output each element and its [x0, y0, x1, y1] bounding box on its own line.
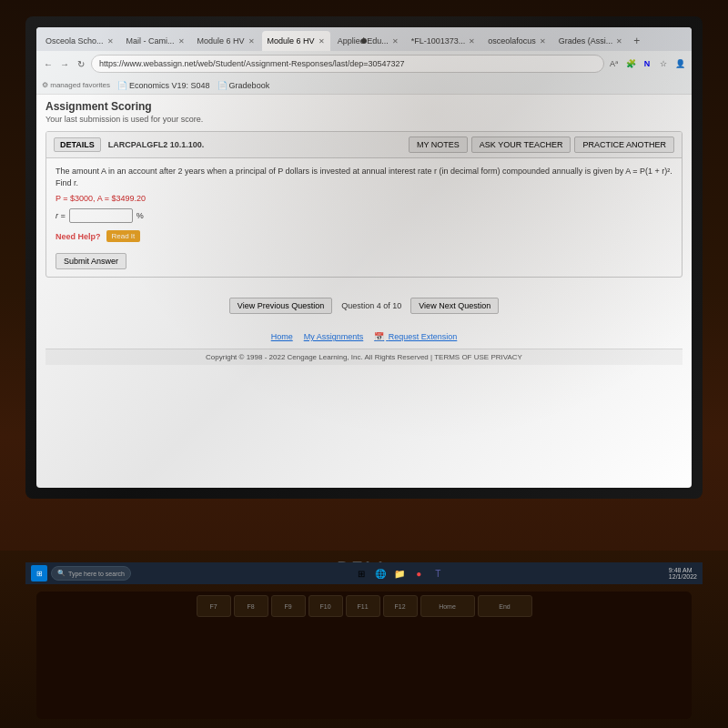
practice-another-button[interactable]: PRACTICE ANOTHER: [574, 136, 674, 153]
fav-gradebook[interactable]: 📄 Gradebook: [217, 81, 270, 90]
close-icon[interactable]: ✕: [540, 37, 546, 46]
r-label: r =: [56, 211, 66, 220]
taskbar-time: 9:48 AM 12/1/2022: [669, 567, 697, 580]
screen-bezel: Osceola Scho... ✕ Mail - Cami... ✕ Modul…: [25, 16, 703, 499]
question-header: DETAILS LARCPALGFL2 10.1.100. MY NOTES A…: [46, 132, 682, 158]
address-input[interactable]: [91, 55, 604, 73]
next-question-button[interactable]: View Next Question: [410, 298, 499, 314]
doc-icon: 📄: [117, 81, 127, 90]
given-values: P = $3000, A = $3499.20: [56, 194, 672, 203]
r-answer-input[interactable]: [69, 208, 133, 223]
my-notes-button[interactable]: MY NOTES: [409, 136, 468, 153]
keyboard-row-fn: F7 F8 F9 F10 F11 F12 Home End: [36, 592, 692, 617]
extensions-icon[interactable]: 🧩: [624, 57, 637, 70]
back-button[interactable]: ←: [42, 57, 55, 70]
forward-button[interactable]: →: [58, 57, 71, 70]
tab-module2-active[interactable]: Module 6 HV ✕: [262, 31, 330, 51]
question-id: LARCPALGFL2 10.1.100.: [108, 140, 204, 149]
key-f10[interactable]: F10: [308, 595, 343, 617]
footer-links: Home My Assignments 📅 Request Extension: [46, 325, 682, 349]
key-f9[interactable]: F9: [271, 595, 306, 617]
close-icon[interactable]: ✕: [248, 37, 255, 46]
taskbar-app-explorer[interactable]: 📁: [391, 565, 408, 581]
ask-teacher-button[interactable]: ASK YOUR TEACHER: [471, 136, 571, 153]
question-body: The amount A in an account after 2 years…: [46, 158, 682, 277]
request-extension-link[interactable]: 📅 Request Extension: [374, 332, 457, 341]
search-icon: 🔍: [57, 570, 66, 577]
taskbar-search[interactable]: 🔍 Type here to search: [51, 566, 131, 581]
need-help-row: Need Help? Read It: [56, 230, 672, 242]
navigation-row: View Previous Question Question 4 of 10 …: [46, 287, 682, 325]
question-text: The amount A in an account after 2 years…: [56, 166, 672, 188]
submission-note: Your last submission is used for your sc…: [46, 115, 682, 124]
key-f7[interactable]: F7: [197, 595, 231, 617]
taskbar-app-teams[interactable]: T: [430, 565, 446, 581]
close-icon[interactable]: ✕: [107, 37, 114, 46]
question-card: DETAILS LARCPALGFL2 10.1.100. MY NOTES A…: [46, 131, 682, 278]
prev-question-button[interactable]: View Previous Question: [229, 298, 332, 314]
key-f11[interactable]: F11: [346, 595, 380, 617]
answer-row: r = %: [56, 208, 672, 223]
close-icon[interactable]: ✕: [392, 37, 399, 46]
tab-module1[interactable]: Module 6 HV ✕: [192, 31, 260, 51]
key-f12[interactable]: F12: [383, 595, 418, 617]
tab-fl[interactable]: *FL-1001373... ✕: [406, 31, 481, 51]
submit-answer-button[interactable]: Submit Answer: [56, 253, 126, 269]
browser-icons: Aᵃ 🧩 N ☆ 👤: [608, 57, 686, 70]
refresh-button[interactable]: ↻: [75, 57, 87, 70]
page-title: Assignment Scoring: [46, 100, 682, 113]
favorites-icon[interactable]: ☆: [657, 57, 670, 70]
start-button[interactable]: ⊞: [31, 565, 47, 581]
tab-grades[interactable]: Grades (Assi... ✕: [553, 31, 629, 51]
tab-applied[interactable]: Applied Edu... ✕: [332, 31, 404, 51]
details-button[interactable]: DETAILS: [54, 137, 101, 152]
tab-osceola[interactable]: Osceola Scho... ✕: [40, 31, 119, 51]
close-icon[interactable]: ✕: [318, 37, 325, 46]
laptop-outer: Osceola Scho... ✕ Mail - Cami... ✕ Modul…: [0, 0, 728, 728]
browser-screen: Osceola Scho... ✕ Mail - Cami... ✕ Modul…: [36, 27, 692, 488]
keyboard-area: F7 F8 F9 F10 F11 F12 Home End: [36, 592, 692, 719]
taskbar-app-edge[interactable]: 🌐: [372, 565, 389, 581]
tab-osceolafocus[interactable]: osceolafocus ✕: [482, 31, 551, 51]
read-it-button[interactable]: Read It: [106, 230, 141, 242]
favorites-bar: ⚙ managed favorites 📄 Economics V19: S04…: [36, 76, 692, 95]
taskbar-app-grid[interactable]: ⊞: [353, 565, 369, 581]
submit-row: Submit Answer: [56, 249, 672, 269]
doc-icon: 📄: [217, 81, 228, 90]
new-tab-button[interactable]: +: [630, 35, 643, 47]
need-help-label: Need Help?: [56, 232, 101, 241]
address-bar-row: ← → ↻ Aᵃ 🧩 N ☆ 👤: [36, 51, 692, 76]
key-end[interactable]: End: [478, 595, 532, 617]
taskbar-app-chrome[interactable]: ●: [410, 565, 427, 581]
close-icon[interactable]: ✕: [469, 37, 475, 46]
copyright-bar: Copyright © 1998 - 2022 Cengage Learning…: [46, 349, 682, 365]
tab-mail[interactable]: Mail - Cami... ✕: [121, 31, 190, 51]
page-content: Assignment Scoring Your last submission …: [36, 95, 692, 370]
key-f8[interactable]: F8: [234, 595, 268, 617]
question-count: Question 4 of 10: [341, 301, 401, 310]
calendar-icon: 📅: [374, 332, 384, 341]
my-assignments-link[interactable]: My Assignments: [304, 332, 364, 341]
home-link[interactable]: Home: [271, 332, 293, 341]
n-icon[interactable]: N: [641, 57, 653, 70]
close-icon[interactable]: ✕: [178, 37, 185, 46]
read-mode-icon[interactable]: Aᵃ: [608, 57, 621, 70]
fav-economics[interactable]: 📄 Economics V19: S048: [117, 81, 210, 90]
webcam-dot: [361, 38, 367, 44]
close-icon[interactable]: ✕: [616, 37, 622, 46]
profile-icon[interactable]: 👤: [673, 57, 686, 70]
search-placeholder: Type here to search: [68, 571, 125, 577]
taskbar: ⊞ 🔍 Type here to search ⊞ 🌐 📁 ● T 9:48 A…: [25, 562, 703, 584]
percent-sign: %: [136, 211, 144, 220]
key-home[interactable]: Home: [420, 595, 475, 617]
